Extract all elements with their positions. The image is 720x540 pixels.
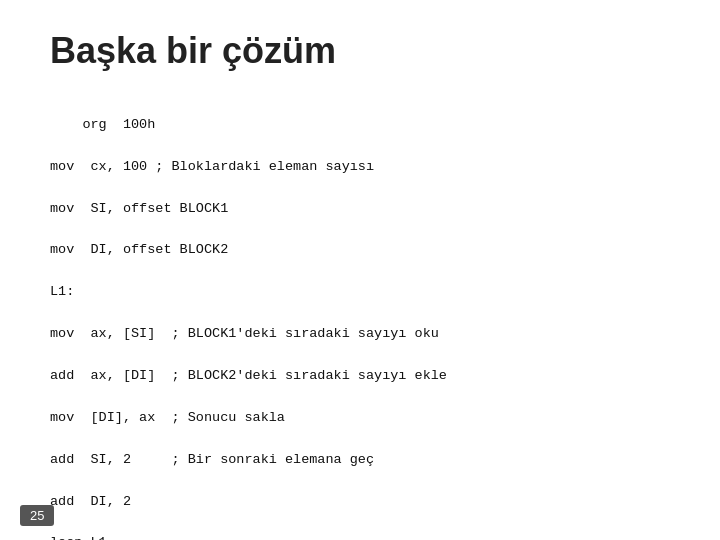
code-line-5: L1:: [50, 284, 74, 299]
page-number: 25: [20, 505, 54, 526]
code-block: org 100h mov cx, 100 ; Bloklardaki elema…: [50, 94, 670, 540]
slide-title: Başka bir çözüm: [50, 30, 670, 72]
code-line-10: add DI, 2: [50, 494, 131, 509]
code-line-3: mov SI, offset BLOCK1: [50, 201, 228, 216]
code-line-11: loop L1: [50, 535, 107, 540]
code-line-1: org 100h: [82, 117, 155, 132]
code-line-2: mov cx, 100 ; Bloklardaki eleman sayısı: [50, 159, 374, 174]
code-line-4: mov DI, offset BLOCK2: [50, 242, 228, 257]
code-line-9: add SI, 2 ; Bir sonraki elemana geç: [50, 452, 374, 467]
code-line-6: mov ax, [SI] ; BLOCK1'deki sıradaki sayı…: [50, 326, 439, 341]
slide: Başka bir çözüm org 100h mov cx, 100 ; B…: [0, 0, 720, 540]
code-line-7: add ax, [DI] ; BLOCK2'deki sıradaki sayı…: [50, 368, 447, 383]
code-line-8: mov [DI], ax ; Sonucu sakla: [50, 410, 285, 425]
